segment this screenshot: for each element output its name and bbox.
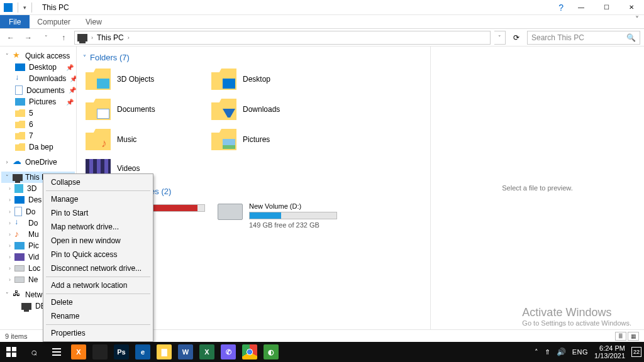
search-input[interactable]: Search This PC 🔍 bbox=[527, 31, 640, 45]
svg-rect-1 bbox=[12, 347, 16, 351]
svg-rect-0 bbox=[6, 347, 11, 351]
tray-action-center[interactable]: 22 bbox=[631, 347, 641, 357]
desk-icon bbox=[14, 196, 25, 204]
nav-item[interactable]: Desktop📌 bbox=[1, 62, 75, 73]
taskbar-app-excel[interactable]: X bbox=[196, 342, 218, 362]
taskbar-app-file-explorer[interactable]: ▇ bbox=[153, 342, 175, 362]
taskbar-app-xampp[interactable]: X bbox=[68, 342, 89, 362]
taskbar-app-unknown-2[interactable]: ◐ bbox=[260, 342, 282, 362]
search-placeholder: Search This PC bbox=[531, 33, 584, 42]
ribbon-tab-view[interactable]: View bbox=[78, 15, 109, 28]
close-button[interactable]: ✕ bbox=[619, 0, 644, 15]
nav-group-quick-access[interactable]: ˅ Quick access bbox=[1, 50, 75, 62]
tray-network-icon[interactable] bbox=[545, 348, 550, 356]
chevron-down-icon: ˅ bbox=[4, 174, 10, 180]
context-menu-item[interactable]: Map network drive... bbox=[43, 220, 153, 234]
vid-icon bbox=[14, 253, 25, 261]
preview-pane: Select a file to preview. bbox=[430, 47, 644, 329]
context-menu-item[interactable]: Collapse bbox=[43, 175, 153, 189]
tray-language[interactable]: ENG bbox=[572, 348, 588, 356]
view-switch-icons[interactable]: ▦ bbox=[628, 332, 639, 341]
context-menu-item[interactable]: Properties bbox=[43, 326, 153, 340]
obj-icon bbox=[14, 184, 23, 193]
pin-icon: 📌 bbox=[70, 75, 77, 82]
context-menu-item[interactable]: Add a network location bbox=[43, 278, 153, 292]
minimize-button[interactable]: — bbox=[569, 0, 594, 15]
chevron-right-icon[interactable]: › bbox=[128, 35, 130, 41]
folder-item[interactable]: Downloads bbox=[209, 96, 328, 123]
pc-icon bbox=[77, 34, 87, 41]
taskbar-app-viber[interactable]: ✆ bbox=[218, 342, 239, 362]
nav-recent-dropdown[interactable]: ˅ bbox=[39, 31, 53, 45]
folder-item[interactable]: Music bbox=[83, 126, 203, 153]
folder-icon bbox=[86, 69, 111, 90]
breadcrumb-history-dropdown[interactable]: ˅ bbox=[494, 31, 506, 45]
nav-item[interactable]: 5 bbox=[1, 107, 75, 119]
desk-icon bbox=[15, 63, 25, 71]
folder-item[interactable]: 3D Objects bbox=[83, 66, 203, 92]
taskbar-app-word[interactable]: W bbox=[175, 342, 196, 362]
tray-overflow-icon[interactable] bbox=[535, 348, 538, 356]
context-menu-item[interactable]: Open in new window bbox=[43, 234, 153, 248]
refresh-button[interactable]: ⟳ bbox=[509, 31, 523, 45]
fold-icon bbox=[15, 132, 25, 140]
taskbar-app-chrome[interactable] bbox=[239, 342, 260, 362]
maximize-button[interactable]: ☐ bbox=[594, 0, 619, 15]
chevron-down-icon: ˅ bbox=[83, 54, 86, 61]
folder-item[interactable]: Documents bbox=[83, 96, 203, 123]
nav-item[interactable]: Da bep bbox=[1, 141, 75, 153]
nav-item[interactable]: 7 bbox=[1, 130, 75, 141]
dl-icon bbox=[15, 74, 25, 83]
drv-icon bbox=[14, 277, 25, 283]
taskbar-app-edge[interactable]: e bbox=[132, 342, 153, 362]
mus-icon bbox=[14, 230, 25, 239]
context-menu-item[interactable]: Delete bbox=[43, 295, 153, 309]
status-item-count: 9 items bbox=[5, 332, 27, 340]
preview-empty-text: Select a file to preview. bbox=[502, 184, 573, 192]
drive-item[interactable]: New Volume (D:) 149 GB free of 232 GB bbox=[215, 200, 341, 231]
tray-volume-icon[interactable] bbox=[557, 348, 566, 356]
star-icon bbox=[13, 52, 23, 60]
qat-dropdown-icon[interactable]: ▾ bbox=[23, 4, 26, 11]
section-header-folders[interactable]: ˅ Folders (7) bbox=[83, 53, 424, 62]
app-icon bbox=[4, 3, 13, 12]
doc-icon bbox=[15, 85, 23, 95]
nav-item[interactable]: 6 bbox=[1, 119, 75, 130]
pin-icon: 📌 bbox=[69, 87, 76, 94]
taskbar-app-photoshop[interactable]: Ps bbox=[111, 342, 132, 362]
folder-icon bbox=[86, 99, 111, 120]
nav-group-onedrive[interactable]: › OneDrive bbox=[1, 156, 75, 168]
folder-item[interactable]: Desktop bbox=[209, 66, 328, 92]
context-menu-item[interactable]: Pin to Start bbox=[43, 206, 153, 220]
pin-icon: 📌 bbox=[66, 99, 74, 106]
context-menu-item[interactable]: Rename bbox=[43, 309, 153, 323]
ribbon-expand-icon[interactable]: ˅ bbox=[630, 15, 644, 28]
context-menu-item[interactable]: Pin to Quick access bbox=[43, 248, 153, 261]
pin-icon: 📌 bbox=[66, 64, 74, 71]
drive-name: New Volume (D:) bbox=[249, 202, 338, 210]
ribbon-file[interactable]: File bbox=[0, 15, 30, 28]
nav-up-button[interactable]: ↑ bbox=[57, 31, 70, 45]
nav-item[interactable]: Documents📌 bbox=[1, 84, 75, 96]
chevron-right-icon[interactable]: › bbox=[91, 35, 93, 41]
breadcrumb-bar[interactable]: › This PC › bbox=[74, 31, 491, 45]
task-view-button[interactable] bbox=[45, 342, 68, 362]
taskbar-search-button[interactable] bbox=[23, 342, 45, 362]
ribbon-tab-computer[interactable]: Computer bbox=[30, 15, 78, 28]
help-icon[interactable]: ? bbox=[558, 0, 564, 15]
folder-item[interactable]: Pictures bbox=[209, 126, 328, 153]
fold-icon bbox=[15, 109, 25, 117]
nav-item[interactable]: Pictures📌 bbox=[1, 96, 75, 107]
tray-clock[interactable]: 6:24 PM 1/13/2021 bbox=[594, 344, 625, 359]
view-switch-details[interactable]: ≣ bbox=[615, 332, 626, 341]
fold-icon bbox=[15, 121, 25, 128]
nav-item[interactable]: Downloads📌 bbox=[1, 73, 75, 84]
nav-back-button[interactable]: ← bbox=[4, 31, 18, 45]
context-menu-item[interactable]: Disconnect network drive... bbox=[43, 261, 153, 275]
window-title: This PC bbox=[42, 3, 69, 12]
start-button[interactable] bbox=[0, 342, 23, 362]
nav-forward-button[interactable]: → bbox=[21, 31, 35, 45]
breadcrumb-item[interactable]: This PC bbox=[97, 33, 124, 42]
context-menu-item[interactable]: Manage bbox=[43, 192, 153, 206]
taskbar-app-unknown[interactable] bbox=[89, 342, 111, 362]
